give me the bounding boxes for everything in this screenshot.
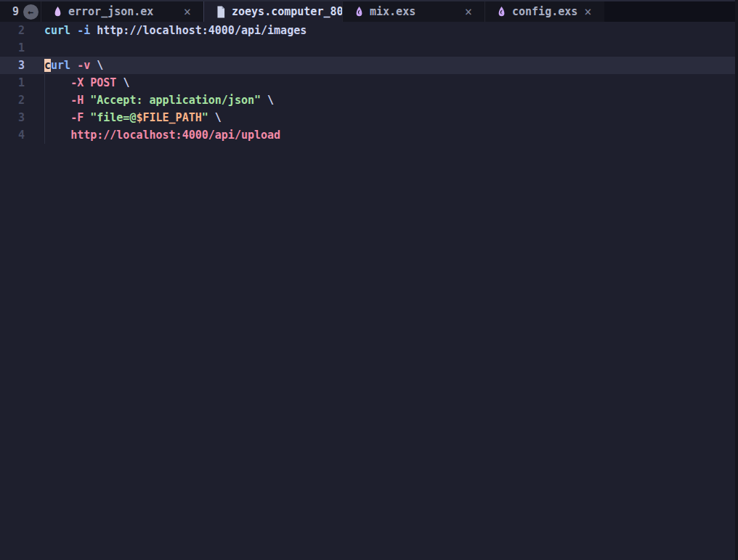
back-button[interactable]: ← (23, 4, 38, 20)
code-token: \ (215, 111, 222, 124)
line-number: 4 (0, 126, 25, 144)
line-number: 1 (0, 39, 25, 57)
code-token (70, 59, 77, 72)
code-token (70, 24, 77, 37)
close-icon[interactable]: × (464, 6, 473, 18)
code-token: "Accept: application/json" (90, 94, 261, 107)
code-token: \ (267, 94, 274, 107)
line-number: 3 (0, 109, 25, 126)
tab-label: error_json.ex (68, 5, 153, 18)
code-token (208, 111, 215, 124)
editor-pane[interactable]: 2curl -i http://localhost:4000/api/image… (0, 22, 738, 560)
tab-config-exs[interactable]: config.exs × (484, 1, 604, 22)
code-token: -H (70, 94, 84, 107)
elixir-droplet-icon (53, 6, 62, 18)
code-token: "file=@ (90, 111, 136, 124)
tab-label: zoeys.computer_80 (232, 5, 342, 18)
back-arrow-icon: ← (28, 4, 34, 20)
elixir-script-icon (497, 6, 506, 18)
code-token: \ (123, 76, 129, 89)
code-area: 2curl -i http://localhost:4000/api/image… (0, 22, 738, 144)
line-number: 3 (0, 57, 25, 74)
code-token: -X POST (70, 76, 116, 89)
code-token (261, 94, 267, 107)
pane-indicator: 9 (12, 5, 19, 18)
code-text: -H "Accept: application/json" \ (44, 92, 274, 109)
code-token: $FILE_PATH (136, 111, 201, 124)
tab-label: config.exs (512, 5, 577, 18)
tab-error-json-ex[interactable]: error_json.ex × (41, 1, 203, 22)
code-line[interactable]: 1 (0, 39, 738, 57)
line-number: 2 (0, 22, 25, 39)
code-token: -F (70, 111, 84, 124)
close-icon[interactable]: × (583, 6, 592, 18)
code-text: http://localhost:4000/api/upload (44, 126, 280, 144)
code-token: url (51, 59, 70, 72)
code-token (44, 94, 70, 107)
code-text: -F "file=@$FILE_PATH" \ (44, 109, 222, 126)
code-text: -X POST \ (44, 74, 129, 92)
code-line[interactable]: 2 -H "Accept: application/json" \ (0, 92, 738, 109)
code-token (84, 94, 90, 107)
code-line[interactable]: 2curl -i http://localhost:4000/api/image… (0, 22, 738, 39)
tab-label: mix.exs (370, 5, 415, 18)
window-right-edge (735, 0, 738, 560)
code-token: -i (77, 24, 90, 37)
code-text: curl -i http://localhost:4000/api/images (44, 22, 307, 39)
line-number: 2 (0, 92, 25, 109)
code-token (84, 111, 90, 124)
file-document-icon (216, 6, 226, 18)
tab-bar: 9 ← error_json.ex × zoeys.computer_80… ×… (0, 0, 738, 22)
code-token: -v (77, 59, 90, 72)
code-token: curl (44, 24, 70, 37)
text-cursor: c (44, 59, 51, 72)
line-number: 1 (0, 74, 25, 92)
code-token (44, 129, 70, 142)
code-line[interactable]: 3 -F "file=@$FILE_PATH" \ (0, 109, 738, 126)
tab-bar-empty-space (604, 1, 738, 22)
code-line[interactable]: 1 -X POST \ (0, 74, 738, 92)
code-token: " (202, 111, 208, 124)
code-token: http://localhost:4000/api/upload (70, 129, 280, 142)
tab-bar-left-controls: 9 ← (0, 1, 41, 22)
elixir-script-icon (354, 6, 364, 18)
tab-mix-exs[interactable]: mix.exs × (342, 1, 484, 22)
code-token: \ (97, 59, 103, 72)
code-line[interactable]: 3curl -v \ (0, 57, 738, 74)
code-line[interactable]: 4 http://localhost:4000/api/upload (0, 126, 738, 144)
tab-zoeys-computer[interactable]: zoeys.computer_80… × (203, 1, 342, 22)
code-text: curl -v \ (44, 57, 103, 74)
code-token (44, 111, 70, 124)
code-token: http://localhost:4000/api/images (90, 24, 307, 37)
close-icon[interactable]: × (183, 6, 192, 18)
code-token (44, 76, 70, 89)
code-token (90, 59, 97, 72)
